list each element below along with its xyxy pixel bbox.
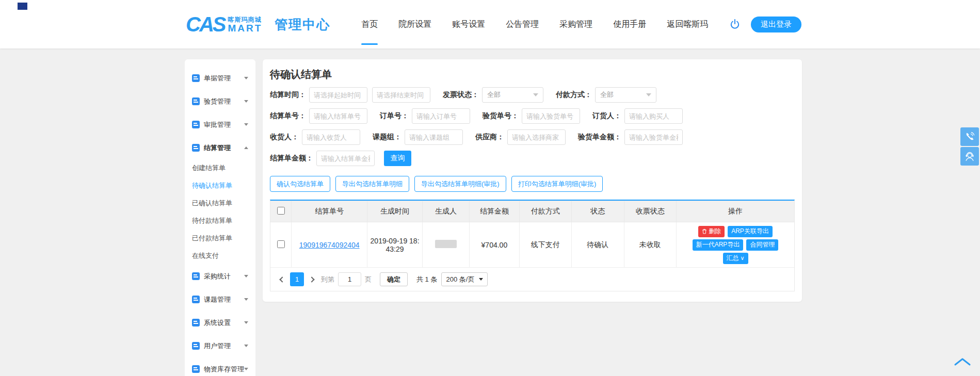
chevron-down-icon [244, 345, 248, 347]
invoice-status-label: 发票状态： [443, 90, 479, 100]
page-title: 待确认结算单 [270, 68, 795, 81]
row-checkbox[interactable] [277, 240, 285, 248]
search-button[interactable]: 查询 [384, 151, 411, 166]
chevron-down-icon [646, 93, 651, 96]
receiver-label: 收货人： [270, 133, 299, 142]
col-settlement-no: 结算单号 [292, 201, 367, 222]
power-icon[interactable] [728, 18, 742, 31]
chevron-down-icon [244, 321, 248, 324]
inspect-no-label: 验货单号： [483, 111, 519, 121]
back-to-top-button[interactable] [953, 357, 972, 368]
inspect-no-input[interactable] [522, 108, 580, 124]
prev-page-button[interactable] [277, 273, 288, 286]
nav-item-institute-settings[interactable]: 院所设置 [398, 0, 431, 48]
trash-icon [702, 228, 707, 234]
col-pay-method: 付款方式 [519, 201, 572, 222]
arp-export-button[interactable]: ARP关联导出 [728, 226, 773, 237]
sidebar-subitem-online-payment[interactable]: 在线支付 [185, 247, 255, 265]
col-created-time: 生成时间 [367, 201, 423, 222]
sidebar-item-user-mgmt[interactable]: 用户管理 [185, 334, 255, 357]
chevron-down-icon [479, 278, 483, 281]
export-selected-detail-approval-button[interactable]: 导出勾选结算单明细(审批) [414, 176, 506, 192]
project-group-input[interactable] [405, 129, 463, 145]
headset-icon [964, 151, 975, 162]
document-icon [192, 342, 200, 350]
inspect-amount-input[interactable] [624, 129, 683, 145]
nav-item-back-to-casmart[interactable]: 返回喀斯玛 [667, 0, 708, 48]
settle-amount-label: 结算单金额： [270, 154, 313, 163]
chevron-down-icon [244, 275, 248, 277]
export-selected-detail-button[interactable]: 导出勾选结算单明细 [335, 176, 409, 192]
logo-chinese-text: 喀斯玛商城 [228, 17, 262, 23]
delete-button[interactable]: 删除 [698, 226, 725, 237]
sidebar-subitem-confirmed-settlement[interactable]: 已确认结算单 [185, 194, 255, 212]
goto-suffix-label: 页 [365, 275, 372, 284]
sidebar-item-inspection[interactable]: 验货管理 [185, 90, 255, 113]
contract-mgmt-button[interactable]: 合同管理 [746, 239, 778, 251]
settle-time-end-input[interactable] [372, 87, 430, 103]
goto-page-input[interactable] [338, 272, 361, 286]
top-left-marker [18, 3, 27, 10]
chevron-down-icon [244, 368, 248, 370]
sidebar-item-documents[interactable]: 单据管理 [185, 67, 255, 90]
admin-center-title: 管理中心 [275, 16, 330, 33]
document-icon [192, 319, 200, 326]
nav-item-home[interactable]: 首页 [361, 0, 378, 48]
next-page-button[interactable] [306, 273, 317, 286]
chevron-right-icon [309, 276, 314, 282]
sidebar-item-inventory-mgmt[interactable]: 物资库存管理 [185, 357, 255, 376]
nav-item-manual[interactable]: 使用手册 [613, 0, 646, 48]
sidebar-item-settlement[interactable]: 结算管理 [185, 136, 255, 159]
phone-contact-button[interactable] [960, 127, 979, 146]
nav-item-procurement[interactable]: 采购管理 [559, 0, 592, 48]
order-no-input[interactable] [412, 108, 470, 124]
col-operations: 操作 [677, 201, 794, 222]
select-all-checkbox[interactable] [277, 207, 285, 215]
print-selected-detail-approval-button[interactable]: 打印勾选结算单明细(审批) [511, 176, 603, 192]
document-icon [192, 365, 200, 373]
goto-prefix-label: 到第 [321, 275, 334, 284]
sidebar-item-approval[interactable]: 审批管理 [185, 113, 255, 136]
casmart-logo[interactable]: CAS 喀斯玛商城 MART [186, 15, 262, 33]
settle-time-start-input[interactable] [309, 87, 367, 103]
orderer-input[interactable] [624, 108, 683, 124]
document-icon [192, 74, 200, 82]
current-page-button[interactable]: 1 [290, 272, 304, 286]
col-amount: 结算金额 [470, 201, 519, 222]
pay-method-cell: 线下支付 [519, 222, 572, 268]
summary-dropdown-button[interactable]: 汇总 ∨ [723, 253, 748, 264]
page-size-select[interactable]: 200 条/页 [441, 272, 488, 286]
redacted-creator-name [435, 240, 457, 248]
settle-amount-input[interactable] [316, 151, 375, 166]
invoice-status-select[interactable]: 全部 [482, 87, 543, 103]
nav-item-announcement[interactable]: 公告管理 [506, 0, 539, 48]
sidebar-subitem-create-settlement[interactable]: 创建结算单 [185, 159, 255, 177]
pay-method-label: 付款方式： [556, 90, 592, 100]
sidebar-item-purchase-stats[interactable]: 采购统计 [185, 265, 255, 288]
amount-cell: ¥704.00 [470, 222, 519, 268]
settlement-no-link[interactable]: 190919674092404 [299, 241, 360, 249]
order-no-label: 订单号： [380, 111, 409, 121]
logo-cas-text: CAS [186, 15, 224, 33]
main-content-card: 待确认结算单 结算时间： 发票状态： 全部 付款方式： 全部 结算单号： [263, 59, 802, 302]
supplier-input[interactable] [507, 129, 566, 145]
settle-no-input[interactable] [309, 108, 367, 124]
invoice-status-cell: 未收取 [624, 222, 677, 268]
nav-item-account-settings[interactable]: 账号设置 [452, 0, 485, 48]
sidebar-subitem-pending-payment[interactable]: 待付款结算单 [185, 212, 255, 230]
chevron-down-icon [244, 123, 248, 126]
goto-confirm-button[interactable]: 确定 [380, 272, 408, 286]
sidebar-subitem-pending-settlement[interactable]: 待确认结算单 [185, 177, 255, 194]
customer-service-button[interactable] [960, 147, 979, 166]
sidebar-subitem-paid-settlement[interactable]: 已付款结算单 [185, 230, 255, 247]
sidebar-item-project-mgmt[interactable]: 课题管理 [185, 288, 255, 311]
sidebar-item-system-settings[interactable]: 系统设置 [185, 311, 255, 334]
chevron-down-icon [244, 100, 248, 103]
logout-button[interactable]: 退出登录 [751, 17, 801, 32]
pay-method-select[interactable]: 全部 [595, 87, 656, 103]
new-arp-export-button[interactable]: 新一代ARP导出 [693, 239, 744, 251]
receiver-input[interactable] [302, 129, 360, 145]
settlement-table: 结算单号 生成时间 生成人 结算金额 付款方式 状态 收票状态 操作 19091… [270, 200, 795, 291]
confirm-selected-button[interactable]: 确认勾选结算单 [270, 176, 330, 192]
phone-icon [964, 131, 975, 142]
